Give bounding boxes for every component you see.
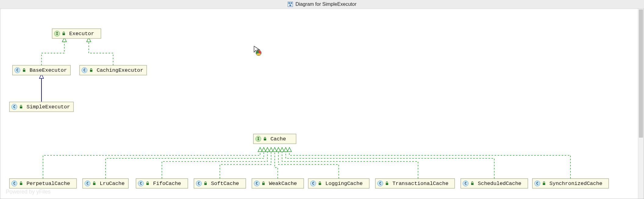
edge-fifocache-cache [162, 152, 267, 179]
node-cachingexecutor[interactable]: CachingExecutor [80, 65, 147, 75]
arrowhead [265, 147, 270, 152]
edge-lrucache-cache [106, 152, 264, 179]
edge-transactionalcache-cache [282, 152, 418, 179]
window-title: Diagram for SimpleExecutor [295, 2, 356, 7]
node-cache[interactable]: Cache [253, 134, 296, 144]
node-label: Executor [69, 31, 94, 37]
svg-rect-3 [289, 5, 291, 6]
arrowhead [273, 147, 277, 152]
node-synchronizedcache[interactable]: SynchronizedCache [532, 179, 609, 188]
node-simpleexecutor[interactable]: SimpleExecutor [9, 102, 73, 112]
arrowhead [284, 147, 288, 152]
svg-rect-2 [291, 2, 292, 4]
edge-loggingcache-cache [278, 152, 339, 179]
edge-cachingexecutor-executor [89, 42, 113, 65]
node-label: LoggingCache [325, 181, 363, 186]
edge-perpetualcache-cache [43, 152, 260, 179]
node-loggingcache[interactable]: LoggingCache [308, 179, 369, 188]
node-label: FifoCache [153, 181, 181, 186]
arrowhead [280, 147, 284, 152]
node-label: PerpetualCache [27, 181, 70, 186]
node-label: BaseExecutor [30, 67, 67, 73]
arrowhead [269, 147, 273, 152]
title-bar: Diagram for SimpleExecutor [0, 0, 644, 9]
node-executor[interactable]: Executor [52, 29, 101, 38]
node-label: LruCache [100, 181, 125, 186]
node-label: CachingExecutor [97, 67, 143, 73]
diagram-canvas[interactable]: I C [0, 9, 644, 199]
node-fifocache[interactable]: FifoCache [136, 179, 188, 188]
node-scheduledcache[interactable]: ScheduledCache [461, 179, 528, 188]
edge-softcache-cache [220, 152, 271, 179]
node-label: SynchronizedCache [549, 181, 602, 186]
scrollbar-thumb[interactable] [639, 9, 643, 138]
node-label: WeakCache [269, 181, 297, 186]
arrowhead [258, 147, 262, 152]
edge-scheduledcache-cache [286, 152, 494, 179]
arrowhead [276, 147, 281, 152]
arrowhead [287, 147, 292, 152]
node-lrucache[interactable]: LruCache [83, 179, 128, 188]
node-label: ScheduledCache [478, 181, 521, 186]
node-perpetualcache[interactable]: PerpetualCache [9, 179, 77, 188]
svg-rect-1 [288, 2, 290, 4]
watermark: Powered by yFiles [6, 189, 51, 195]
svg-point-26 [258, 52, 259, 53]
edge-baseexecutor-executor [41, 42, 64, 65]
arrowhead [262, 147, 266, 152]
node-baseexecutor[interactable]: BaseExecutor [13, 65, 70, 75]
node-softcache[interactable]: SoftCache [194, 179, 246, 188]
node-transactionalcache[interactable]: TransactionalCache [375, 179, 455, 188]
diagram-icon [288, 2, 293, 7]
edge-synchronizedcache-cache [289, 152, 571, 179]
node-weakcache[interactable]: WeakCache [252, 179, 304, 188]
node-label: SimpleExecutor [27, 104, 70, 110]
node-label: TransactionalCache [392, 181, 449, 186]
node-label: Cache [270, 136, 286, 142]
vertical-scrollbar[interactable] [638, 9, 644, 199]
cursor-icon [253, 45, 263, 58]
node-label: SoftCache [211, 181, 239, 186]
edge-weakcache-cache [275, 152, 278, 179]
